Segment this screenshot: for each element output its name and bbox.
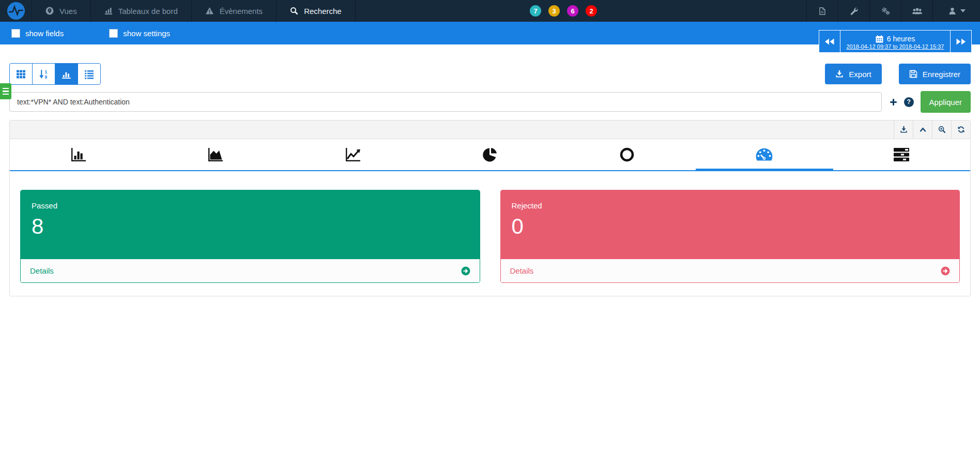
nav-item-vues[interactable]: Vues	[32, 0, 91, 22]
user-icon	[948, 7, 957, 16]
side-menu-tab[interactable]	[0, 83, 11, 99]
pdf-report-button[interactable]	[806, 0, 838, 22]
gauge-card-rejected: Rejected 0 Details	[500, 190, 960, 283]
bar-chart-icon	[62, 69, 71, 79]
add-filter-button[interactable]	[890, 98, 897, 106]
refresh-icon	[957, 126, 965, 133]
view-sort-button[interactable]: 1 9	[32, 63, 55, 85]
export-label: Export	[849, 70, 871, 79]
alert-triangle-icon	[205, 7, 214, 15]
gears-icon	[881, 7, 891, 16]
area-chart-icon	[207, 146, 224, 163]
nav-item-tableaux-de-bord[interactable]: Tableaux de bord	[91, 0, 192, 22]
tab-area-chart[interactable]	[147, 139, 284, 170]
save-label: Enregistrer	[923, 70, 960, 79]
arrow-circle-right-icon	[941, 266, 950, 276]
tools-button[interactable]	[838, 0, 869, 22]
app-logo[interactable]	[0, 0, 32, 22]
download-icon	[900, 126, 908, 133]
arrow-circle-right-icon	[461, 266, 470, 276]
tab-tasks[interactable]	[833, 139, 970, 170]
result-panel: Passed 8 Details Rejected 0 Details	[9, 120, 971, 296]
gauge-icon	[755, 147, 774, 163]
show-settings-checkbox[interactable]	[109, 29, 118, 38]
time-range-dates[interactable]: 2018-04-12 09:37 to 2018-04-12 15:37	[847, 43, 944, 50]
panel-collapse-button[interactable]	[913, 121, 932, 139]
panel-download-button[interactable]	[894, 121, 913, 139]
time-range-duration: 6 heures	[876, 35, 915, 43]
nav-item-recherche[interactable]: Recherche	[277, 0, 356, 22]
search-icon	[290, 7, 298, 15]
details-arrow-button[interactable]	[941, 266, 950, 276]
download-icon	[835, 70, 844, 78]
panel-refresh-button[interactable]	[951, 121, 970, 139]
nav-item-evenements[interactable]: Évènements	[192, 0, 277, 22]
bar-chart-icon	[70, 146, 87, 163]
plus-icon	[890, 98, 897, 106]
show-settings-toggle[interactable]: show settings	[109, 29, 170, 38]
tab-bar-chart[interactable]	[10, 139, 147, 170]
gauge-card-top: Rejected 0	[501, 190, 960, 259]
tasks-icon	[893, 147, 910, 162]
save-icon	[909, 70, 917, 78]
gauge-value: 0	[512, 214, 960, 239]
user-menu-button[interactable]	[932, 0, 980, 22]
gauge-card-top: Passed 8	[21, 190, 480, 259]
nav-item-label: Tableaux de bord	[118, 7, 178, 16]
navbar-icon-buttons	[806, 0, 980, 22]
save-button[interactable]: Enregistrer	[899, 64, 971, 84]
search-help-button[interactable]: ?	[904, 97, 914, 107]
search-row: ? Appliquer	[9, 91, 971, 113]
details-link[interactable]: Details	[510, 266, 534, 275]
hamburger-icon	[3, 88, 9, 89]
pie-chart-icon	[482, 146, 498, 163]
gauge-card-footer: Details	[501, 259, 960, 282]
line-chart-icon	[345, 146, 361, 163]
tab-gauge[interactable]	[696, 139, 833, 170]
gauge-cards: Passed 8 Details Rejected 0 Details	[10, 171, 970, 296]
users-button[interactable]	[901, 0, 932, 22]
backward-icon	[825, 38, 834, 45]
svg-text:1: 1	[45, 69, 48, 74]
chevron-up-icon	[919, 126, 927, 133]
tab-line-chart[interactable]	[284, 139, 421, 170]
badge-magenta[interactable]: 6	[567, 5, 578, 17]
badge-teal[interactable]: 7	[530, 5, 541, 17]
gauge-card-passed: Passed 8 Details	[20, 190, 480, 283]
time-range-selector[interactable]: 6 heures 2018-04-12 09:37 to 2018-04-12 …	[840, 30, 951, 53]
time-range-prev-button[interactable]	[819, 30, 840, 53]
search-query-input[interactable]	[9, 92, 882, 112]
view-table-button[interactable]	[9, 63, 33, 85]
settings-button[interactable]	[869, 0, 901, 22]
view-list-button[interactable]	[78, 63, 101, 85]
sort-numeric-icon: 1 9	[39, 69, 49, 79]
alert-count-badges: 7 3 6 2	[530, 0, 597, 22]
tab-pie-chart[interactable]	[421, 139, 558, 170]
view-mode-toggle-group: 1 9	[9, 63, 101, 85]
nav-item-label: Vues	[59, 7, 77, 16]
gauge-value: 8	[32, 214, 480, 239]
chevron-down-icon	[960, 9, 966, 12]
time-range-next-button[interactable]	[950, 30, 972, 53]
export-button[interactable]: Export	[825, 64, 881, 84]
panel-zoom-button[interactable]	[932, 121, 951, 139]
view-toolbar: 1 9 Export	[9, 63, 971, 85]
apply-button[interactable]: Appliquer	[921, 91, 971, 113]
show-fields-label: show fields	[25, 29, 64, 38]
wrench-icon	[850, 7, 859, 16]
users-group-icon	[912, 7, 923, 16]
gauge-label: Passed	[32, 201, 480, 210]
list-icon	[84, 69, 94, 79]
nav-item-label: Recherche	[304, 7, 342, 16]
pulse-logo-icon	[7, 2, 25, 20]
badge-yellow[interactable]: 3	[548, 5, 560, 17]
details-link[interactable]: Details	[30, 266, 54, 275]
details-arrow-button[interactable]	[461, 266, 470, 276]
view-chart-button[interactable]	[55, 63, 78, 85]
tab-donut-chart[interactable]	[559, 139, 696, 170]
top-navbar: Vues Tableaux de bord Évènements Recherc…	[0, 0, 980, 22]
badge-red[interactable]: 2	[586, 5, 597, 17]
show-fields-toggle[interactable]: show fields	[11, 29, 64, 38]
show-fields-checkbox[interactable]	[11, 29, 20, 38]
panel-toolbar	[10, 121, 970, 139]
